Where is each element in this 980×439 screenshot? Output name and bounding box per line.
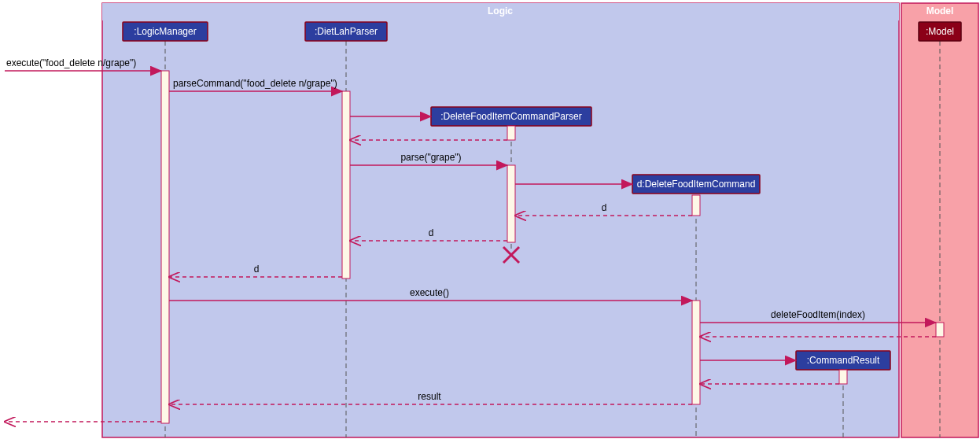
activation-dficommand-1 [692,195,700,216]
activation-cmdresult [839,370,847,384]
lifeline-label-dficommand: d:DeleteFoodItemCommand [637,179,756,190]
sequence-diagram: Logic Model :LogicManager :DietLahParser… [0,0,980,439]
activation-dietlahparser [342,91,350,279]
frame-logic: Logic [102,3,899,437]
lifeline-head-dietlahparser: :DietLahParser [305,22,387,41]
lifeline-head-dficommand: d:DeleteFoodItemCommand [632,175,760,194]
msg-label-m7: d [429,227,434,238]
lifeline-head-cmdresult: :CommandResult [796,351,890,370]
lifeline-head-dfiparser: :DeleteFoodItemCommandParser [431,107,591,126]
msg-label-m4: parse("grape") [400,152,461,163]
lifeline-label-model: :Model [926,26,954,37]
lifeline-head-model: :Model [919,22,961,41]
msg-label-m9: execute() [410,287,449,298]
lifeline-label-dfiparser: :DeleteFoodItemCommandParser [440,111,581,122]
frame-model-title: Model [927,6,954,17]
frame-logic-title: Logic [488,6,513,17]
msg-label-m1: execute("food_delete n/grape") [6,57,136,68]
msg-label-m6: d [602,202,607,213]
msg-label-m10: deleteFoodItem(index) [771,309,865,320]
activation-logicmanager [161,71,169,423]
lifeline-label-dietlahparser: :DietLahParser [315,26,378,37]
lifeline-label-logicmanager: :LogicManager [134,26,196,37]
activation-model [936,323,944,337]
msg-label-m8: d [254,264,260,275]
lifeline-label-cmdresult: :CommandResult [807,355,880,366]
activation-dficommand-2 [692,301,700,404]
svg-rect-0 [102,3,899,437]
msg-label-m2: parseCommand("food_delete n/grape") [173,78,337,89]
lifeline-head-logicmanager: :LogicManager [123,22,208,41]
msg-label-m13: result [418,391,441,402]
activation-dfiparser-1 [507,126,515,140]
activation-dfiparser-2 [507,165,515,242]
